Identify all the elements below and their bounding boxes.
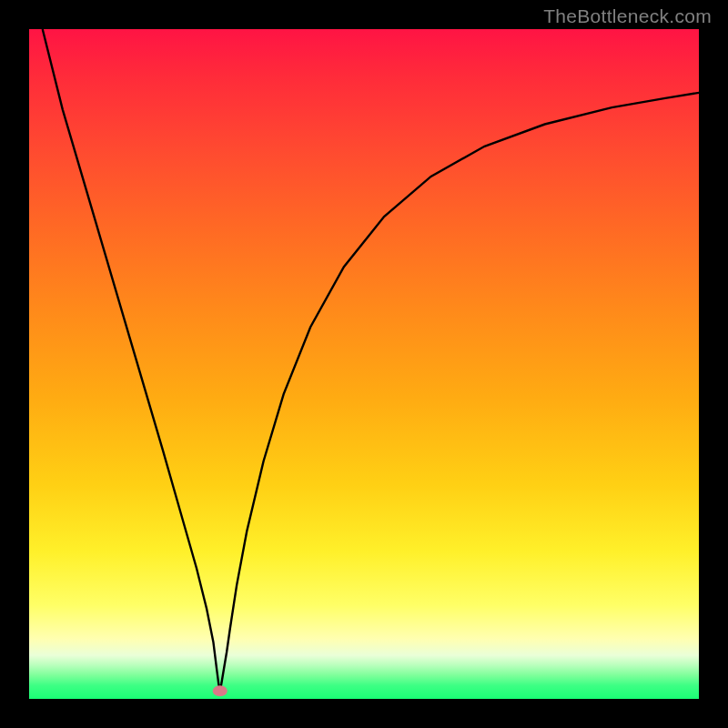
bottleneck-curve — [29, 29, 699, 699]
watermark-text: TheBottleneck.com — [543, 5, 712, 27]
plot-area — [29, 29, 699, 699]
chart-frame: TheBottleneck.com — [0, 0, 728, 728]
minimum-marker — [213, 685, 228, 696]
curve-path — [43, 29, 699, 691]
